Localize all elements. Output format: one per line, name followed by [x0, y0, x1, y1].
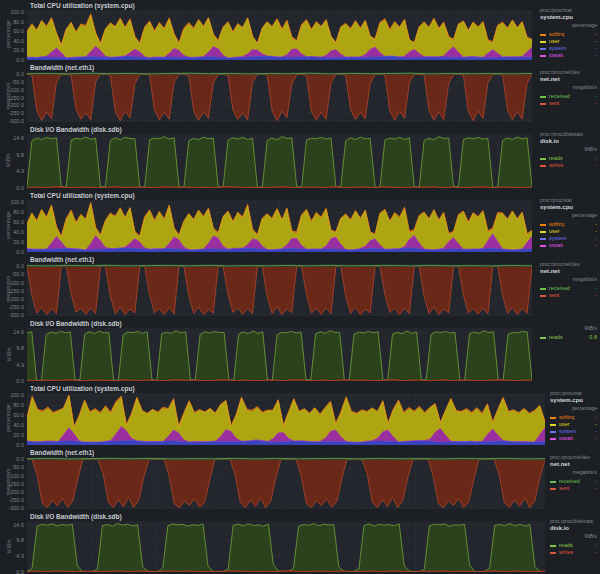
legend-item-system[interactable]: system-: [550, 428, 597, 435]
y-tick-label: -100.0: [0, 473, 24, 479]
y-tick-label: 40.0: [0, 422, 24, 428]
y-axis-unit-label: MiB/s: [5, 133, 11, 187]
chart-title: Bandwidth (net.eth1): [30, 64, 94, 71]
legend-item-user[interactable]: user-: [540, 38, 597, 45]
legend-plugin-label: proc:/proc/stat: [550, 390, 597, 397]
chart-legend: MiB/sreads0.8: [540, 325, 597, 341]
y-tick-label: 0.0: [0, 263, 24, 269]
legend-item-received[interactable]: received-: [550, 478, 597, 485]
chart-canvas-net-1[interactable]: [27, 72, 532, 122]
chart-title: Disk I/O Bandwidth (disk.sdb): [30, 513, 122, 520]
legend-item-label: iowait: [549, 52, 563, 59]
legend-item-received[interactable]: received-: [540, 93, 597, 100]
legend-item-softirq[interactable]: softirq-: [550, 414, 597, 421]
legend-item-writes[interactable]: writes-: [550, 549, 597, 556]
legend-unit-label: percentage: [550, 405, 597, 412]
chart-canvas-disk-2[interactable]: [27, 328, 532, 381]
legend-item-label: reads: [559, 542, 573, 549]
legend-unit-label: MiB/s: [550, 533, 597, 540]
chart-title: Disk I/O Bandwidth (disk.sdb): [30, 320, 122, 327]
chart-panel-net-2: Bandwidth (net.eth1)megabits/s0.0-50.0-1…: [0, 254, 600, 318]
chart-canvas-cpu-2[interactable]: [27, 200, 532, 252]
legend-item-iowait[interactable]: iowait-: [540, 52, 597, 59]
chart-legend: proc:/proc/statsystem.cpupercentagesofti…: [540, 7, 597, 59]
legend-item-value: -: [595, 414, 597, 421]
y-tick-label: 0.0: [0, 569, 24, 574]
chart-legend: proc:/proc/diskstatsdisk.ioMiB/sreads-wr…: [540, 131, 597, 169]
chart-legend: proc:/proc/statsystem.cpupercentagesofti…: [550, 390, 597, 442]
legend-item-softirq[interactable]: softirq-: [540, 221, 597, 228]
legend-item-label: received: [549, 285, 570, 292]
legend-swatch-icon: [550, 431, 556, 433]
legend-item-reads[interactable]: reads-: [540, 155, 597, 162]
legend-item-system[interactable]: system-: [540, 45, 597, 52]
legend-plugin-label: proc:/proc/diskstats: [540, 131, 597, 138]
legend-swatch-icon: [540, 337, 546, 339]
legend-item-sent[interactable]: sent-: [550, 485, 597, 492]
legend-swatch-icon: [550, 417, 556, 419]
chart-title: Disk I/O Bandwidth (disk.sdb): [30, 126, 122, 133]
legend-context-label: disk.io: [550, 525, 597, 532]
legend-item-iowait[interactable]: iowait-: [550, 435, 597, 442]
y-tick-label: 14.6: [0, 522, 24, 528]
chart-panel-disk-3: Disk I/O Bandwidth (disk.sdb)MiB/s14.69.…: [0, 511, 600, 574]
y-tick-label: 20.0: [0, 432, 24, 438]
legend-item-user[interactable]: user-: [550, 421, 597, 428]
y-tick-label: 20.0: [0, 239, 24, 245]
y-tick-label: 80.0: [0, 402, 24, 408]
legend-item-writes[interactable]: writes-: [540, 162, 597, 169]
legend-swatch-icon: [540, 224, 546, 226]
legend-swatch-icon: [540, 34, 546, 36]
legend-item-iowait[interactable]: iowait-: [540, 242, 597, 249]
chart-title: Bandwidth (net.eth1): [30, 449, 94, 456]
legend-item-label: iowait: [549, 242, 563, 249]
chart-panel-disk-1: Disk I/O Bandwidth (disk.sdb)MiB/s14.69.…: [0, 124, 600, 190]
chart-canvas-net-3[interactable]: [27, 457, 545, 509]
chart-legend: proc:/proc/statsystem.cpupercentagesofti…: [540, 197, 597, 249]
legend-item-label: writes: [549, 162, 563, 169]
legend-unit-label: percentage: [540, 212, 597, 219]
chart-canvas-disk-1[interactable]: [27, 134, 532, 188]
y-tick-label: -200.0: [0, 102, 24, 108]
legend-item-label: softirq: [549, 31, 564, 38]
y-tick-label: -300.0: [0, 118, 24, 124]
legend-plugin-label: proc:/proc/stat: [540, 7, 597, 14]
legend-item-system[interactable]: system-: [540, 235, 597, 242]
legend-swatch-icon: [540, 295, 546, 297]
chart-legend: proc:/proc/net/devnet.netmegabits/srecei…: [540, 69, 597, 107]
y-tick-label: 4.9: [0, 168, 24, 174]
legend-item-value: -: [595, 221, 597, 228]
y-tick-label: 60.0: [0, 219, 24, 225]
legend-item-label: sent: [549, 292, 559, 299]
y-tick-label: 20.0: [0, 47, 24, 53]
legend-item-label: reads: [549, 334, 563, 341]
legend-unit-label: MiB/s: [540, 325, 597, 332]
legend-item-value: -: [595, 38, 597, 45]
y-tick-label: -150.0: [0, 288, 24, 294]
legend-context-label: net.net: [540, 268, 597, 275]
y-tick-label: -300.0: [0, 505, 24, 511]
chart-canvas-cpu-3[interactable]: [27, 393, 545, 445]
chart-title: Total CPU utilization (system.cpu): [30, 2, 135, 9]
y-tick-label: -200.0: [0, 489, 24, 495]
legend-unit-label: MiB/s: [540, 146, 597, 153]
legend-item-sent[interactable]: sent-: [540, 292, 597, 299]
chart-canvas-disk-3[interactable]: [27, 521, 545, 572]
legend-item-user[interactable]: user-: [540, 228, 597, 235]
legend-item-reads[interactable]: reads-: [550, 542, 597, 549]
netdata-dashboard: Total CPU utilization (system.cpu)percen…: [0, 0, 600, 574]
legend-item-received[interactable]: received-: [540, 285, 597, 292]
legend-item-sent[interactable]: sent-: [540, 100, 597, 107]
legend-item-value: -: [595, 228, 597, 235]
legend-item-reads[interactable]: reads0.8: [540, 334, 597, 341]
legend-item-label: user: [549, 228, 560, 235]
chart-canvas-cpu-1[interactable]: [27, 10, 532, 60]
legend-plugin-label: proc:/proc/net/dev: [540, 261, 597, 268]
chart-canvas-net-2[interactable]: [27, 264, 532, 316]
legend-swatch-icon: [550, 481, 556, 483]
legend-item-softirq[interactable]: softirq-: [540, 31, 597, 38]
legend-item-value: -: [595, 292, 597, 299]
legend-item-value: -: [595, 31, 597, 38]
legend-item-value: -: [595, 242, 597, 249]
legend-unit-label: megabits/s: [550, 469, 597, 476]
